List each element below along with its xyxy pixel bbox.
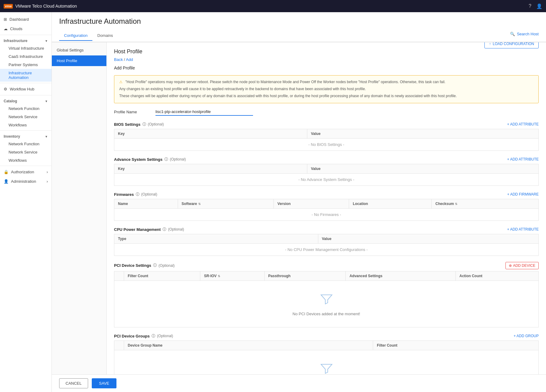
user-icon[interactable]: 👤 <box>536 3 542 9</box>
left-panel-host-profile[interactable]: Host Profile <box>52 55 106 66</box>
administration-arrow: › <box>47 179 48 184</box>
funnel-icon-groups <box>319 361 334 374</box>
sidebar-item-catalog-network-function[interactable]: Network Function <box>0 104 52 113</box>
sidebar-label-authorization: Authorization <box>11 170 34 174</box>
cpu-power-title-text: CPU Power Management <box>114 227 161 232</box>
pci-device-table: Filter Count SR-IOV ⇅ Passthrough Advanc… <box>114 271 539 327</box>
firmwares-add-button[interactable]: + ADD FIRMWARE <box>507 192 539 196</box>
pci-groups-header: PCI Device Groups ⓘ (Optional) + ADD GRO… <box>114 334 539 339</box>
sidebar-item-caas-infra[interactable]: CaaS Infrastructure <box>0 52 52 61</box>
firmwares-empty-msg: - No Firmwares - <box>114 208 539 221</box>
profile-name-label: Profile Name <box>114 110 151 114</box>
cpu-power-info-icon[interactable]: ⓘ <box>162 227 166 232</box>
pci-col-passthrough: Passthrough <box>264 271 346 281</box>
bios-empty-msg: - No BIOS Settings - <box>114 138 539 150</box>
firmwares-section: Firmwares ⓘ (Optional) + ADD FIRMWARE Na… <box>114 192 539 221</box>
sidebar-section-catalog[interactable]: Catalog ▼ <box>0 97 52 104</box>
breadcrumb-back[interactable]: Back <box>114 57 123 62</box>
firmwares-table: Name Software ⇅ Version Location Checksu… <box>114 199 539 221</box>
infrastructure-label: Infrastructure <box>4 39 27 43</box>
firmware-checksum-sort[interactable]: ⇅ <box>455 202 457 206</box>
sidebar-item-catalog-network-service[interactable]: Network Service <box>0 113 52 121</box>
pci-groups-col-device-group-name: Device Group Name <box>124 341 373 350</box>
bios-add-attribute-button[interactable]: + ADD ATTRIBUTE <box>507 122 539 126</box>
sidebar-item-workflow-hub[interactable]: ⚙ Workflow Hub <box>0 84 52 94</box>
sidebar-label-administration: Administration <box>11 179 36 184</box>
bios-info-icon[interactable]: ⓘ <box>142 122 146 127</box>
app-title: VMware Telco Cloud Automation <box>15 4 77 9</box>
pci-groups-optional-tag: (Optional) <box>157 334 173 338</box>
page-title: Infrastructure Automation <box>59 17 539 26</box>
advance-info-icon[interactable]: ⓘ <box>164 157 168 162</box>
cancel-button[interactable]: CANCEL <box>59 378 88 388</box>
load-config-button[interactable]: ↑ LOAD CONFIGURATION <box>484 42 539 48</box>
pci-sriov-sort[interactable]: ⇅ <box>218 274 220 278</box>
pci-groups-col-filter-count: Filter Count <box>373 341 539 350</box>
bios-settings-header: BIOS Settings ⓘ (Optional) + ADD ATTRIBU… <box>114 122 539 127</box>
advance-settings-header: Advance System Settings ⓘ (Optional) + A… <box>114 157 539 162</box>
page-header: Infrastructure Automation Configuration … <box>52 12 546 42</box>
pci-device-info-icon[interactable]: ⓘ <box>153 263 157 268</box>
pci-groups-empty-row: No PCI Groups added at the moment! <box>114 350 539 374</box>
sidebar-item-clouds[interactable]: ☁ Clouds <box>0 24 52 34</box>
pci-device-empty-state: No PCI Devices added at the moment! <box>114 281 539 327</box>
warning-text-1: "Host Profile" operations may require se… <box>125 80 445 84</box>
pci-col-advanced: Advanced Settings <box>346 271 456 281</box>
sidebar-item-infra-automation[interactable]: Infrastructure Automation <box>0 69 52 82</box>
advance-settings-title: Advance System Settings ⓘ (Optional) <box>114 157 186 162</box>
save-button[interactable]: SAVE <box>92 378 117 388</box>
help-icon[interactable]: ? <box>529 3 531 9</box>
advance-title-text: Advance System Settings <box>114 157 162 162</box>
sidebar-section-infrastructure[interactable]: Infrastructure ▼ <box>0 36 52 44</box>
authorization-arrow: › <box>47 170 48 174</box>
warning-line-2: Any changes to an existing host profile … <box>119 86 534 92</box>
firmwares-info-icon[interactable]: ⓘ <box>136 192 139 197</box>
advance-empty-msg: - No Advance System Settings - <box>114 173 539 185</box>
firmwares-col-name: Name <box>114 199 178 208</box>
profile-name-input[interactable] <box>155 108 253 116</box>
tab-configuration[interactable]: Configuration <box>59 31 92 41</box>
pci-groups-table: Device Group Name Filter Count <box>114 341 539 374</box>
pci-add-device-button[interactable]: ⊕ ADD DEVICE <box>505 262 539 269</box>
sidebar-item-dashboard[interactable]: ⊞ Dashboard <box>0 15 52 24</box>
pci-device-empty-state-content: No PCI Devices added at the moment! <box>118 284 535 323</box>
advance-add-attribute-button[interactable]: + ADD ATTRIBUTE <box>507 157 539 161</box>
sidebar-item-inventory-workflows[interactable]: Workflows <box>0 156 52 164</box>
pci-add-label: ADD DEVICE <box>513 263 535 268</box>
bios-settings-section: BIOS Settings ⓘ (Optional) + ADD ATTRIBU… <box>114 122 539 151</box>
search-host-button[interactable]: 🔍 Search Host <box>510 32 539 39</box>
pci-groups-title: PCI Device Groups ⓘ (Optional) <box>114 334 173 339</box>
sidebar-item-authorization[interactable]: 🔒 Authorization › <box>0 167 52 177</box>
sidebar-divider-5 <box>0 166 52 166</box>
authorization-icon: 🔒 <box>4 170 9 174</box>
cpu-power-add-button[interactable]: + ADD ATTRIBUTE <box>507 227 539 231</box>
inventory-chevron: ▼ <box>45 135 48 138</box>
sidebar-item-partner-systems[interactable]: Partner Systems <box>0 61 52 69</box>
administration-icon: 👤 <box>4 179 9 184</box>
bios-settings-table: Key Value - No BIOS Settings - <box>114 129 539 151</box>
advance-settings-table: Key Value - No Advance System Settings - <box>114 164 539 186</box>
sidebar-item-inventory-network-function[interactable]: Network Function <box>0 140 52 148</box>
tabs-row: Configuration Domains <box>59 31 118 41</box>
search-icon: 🔍 <box>510 32 515 36</box>
pci-add-group-button[interactable]: + ADD GROUP <box>514 334 539 338</box>
sidebar-section-inventory[interactable]: Inventory ▼ <box>0 132 52 140</box>
advance-col-key: Key <box>114 164 307 173</box>
form-area: Global Settings Host Profile Host Profil… <box>52 42 546 374</box>
sidebar-item-catalog-workflows[interactable]: Workflows <box>0 121 52 129</box>
footer: CANCEL SAVE <box>52 374 546 392</box>
pci-device-section: PCI Device Settings ⓘ (Optional) ⊕ ADD D… <box>114 262 539 327</box>
tab-domains[interactable]: Domains <box>92 31 118 41</box>
pci-groups-info-icon[interactable]: ⓘ <box>152 334 155 339</box>
firmwares-title: Firmwares ⓘ (Optional) <box>114 192 157 197</box>
sidebar-item-virtual-infra[interactable]: Virtual Infrastructure <box>0 44 52 52</box>
breadcrumb-add[interactable]: Add <box>126 57 133 62</box>
add-profile-label: Add Profile <box>114 65 142 70</box>
sidebar-item-administration[interactable]: 👤 Administration › <box>0 177 52 186</box>
firmware-software-sort[interactable]: ⇅ <box>198 202 201 206</box>
sidebar-item-inventory-network-service[interactable]: Network Service <box>0 148 52 156</box>
pci-device-empty-row: No PCI Devices added at the moment! <box>114 281 539 327</box>
infrastructure-chevron: ▼ <box>45 39 48 43</box>
left-panel-global-settings[interactable]: Global Settings <box>52 45 106 55</box>
sidebar-label-clouds: Clouds <box>10 26 22 31</box>
